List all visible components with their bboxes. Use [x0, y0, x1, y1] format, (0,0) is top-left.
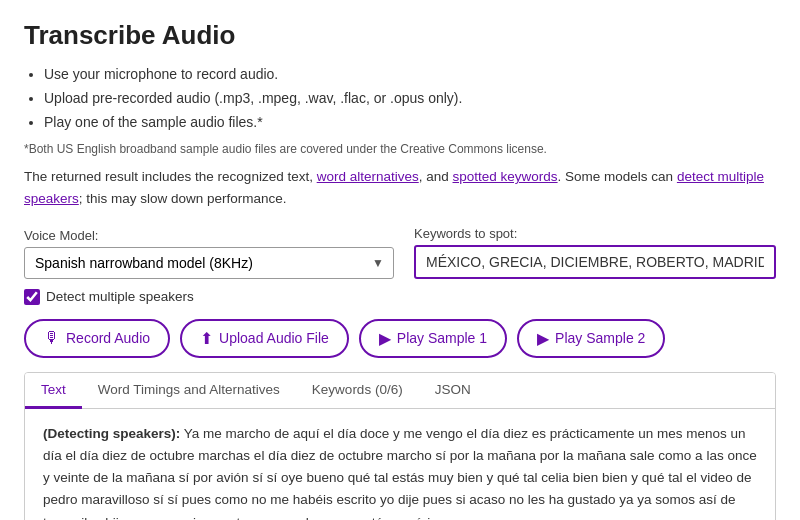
- tab-word-timings[interactable]: Word Timings and Alternatives: [82, 373, 296, 409]
- form-row: Voice Model: Spanish narrowband model (8…: [24, 226, 776, 279]
- upload-audio-label: Upload Audio File: [219, 330, 329, 346]
- keywords-label: Keywords to spot:: [414, 226, 776, 241]
- detect-speakers-label: Detect multiple speakers: [46, 289, 194, 304]
- voice-model-select[interactable]: Spanish narrowband model (8KHz) English …: [24, 247, 394, 279]
- detect-speakers-checkbox[interactable]: [24, 289, 40, 305]
- play-sample2-button[interactable]: ▶ Play Sample 2: [517, 319, 665, 358]
- upload-audio-button[interactable]: ⬆ Upload Audio File: [180, 319, 349, 358]
- tab-text[interactable]: Text: [25, 373, 82, 409]
- mic-icon: 🎙: [44, 329, 60, 347]
- tab-json[interactable]: JSON: [419, 373, 487, 409]
- footnote-text: *Both US English broadband sample audio …: [24, 142, 776, 156]
- tab-keywords[interactable]: Keywords (0/6): [296, 373, 419, 409]
- detect-speakers-row: Detect multiple speakers: [24, 289, 776, 305]
- page-title: Transcribe Audio: [24, 20, 776, 51]
- voice-model-label: Voice Model:: [24, 228, 394, 243]
- play-sample2-label: Play Sample 2: [555, 330, 645, 346]
- record-audio-label: Record Audio: [66, 330, 150, 346]
- bullet-3: Play one of the sample audio files.*: [44, 111, 776, 135]
- word-alternatives-link[interactable]: word alternatives: [317, 169, 419, 184]
- keywords-group: Keywords to spot:: [414, 226, 776, 279]
- voice-model-group: Voice Model: Spanish narrowband model (8…: [24, 228, 394, 279]
- spotted-keywords-link[interactable]: spotted keywords: [453, 169, 558, 184]
- intro-bullets: Use your microphone to record audio. Upl…: [44, 63, 776, 134]
- play2-icon: ▶: [537, 329, 549, 348]
- play-sample1-button[interactable]: ▶ Play Sample 1: [359, 319, 507, 358]
- record-audio-button[interactable]: 🎙 Record Audio: [24, 319, 170, 358]
- bullet-2: Upload pre-recorded audio (.mp3, .mpeg, …: [44, 87, 776, 111]
- description-text: The returned result includes the recogni…: [24, 166, 776, 209]
- bullet-1: Use your microphone to record audio.: [44, 63, 776, 87]
- speaker-label: (Detecting speakers):: [43, 426, 180, 441]
- play1-icon: ▶: [379, 329, 391, 348]
- tabs-header: Text Word Timings and Alternatives Keywo…: [25, 373, 775, 409]
- play-sample1-label: Play Sample 1: [397, 330, 487, 346]
- tabs-container: Text Word Timings and Alternatives Keywo…: [24, 372, 776, 520]
- voice-select-wrapper: Spanish narrowband model (8KHz) English …: [24, 247, 394, 279]
- upload-icon: ⬆: [200, 329, 213, 348]
- tab-content-text: (Detecting speakers): Ya me marcho de aq…: [25, 409, 775, 520]
- action-buttons-group: 🎙 Record Audio ⬆ Upload Audio File ▶ Pla…: [24, 319, 776, 358]
- keywords-input[interactable]: [414, 245, 776, 279]
